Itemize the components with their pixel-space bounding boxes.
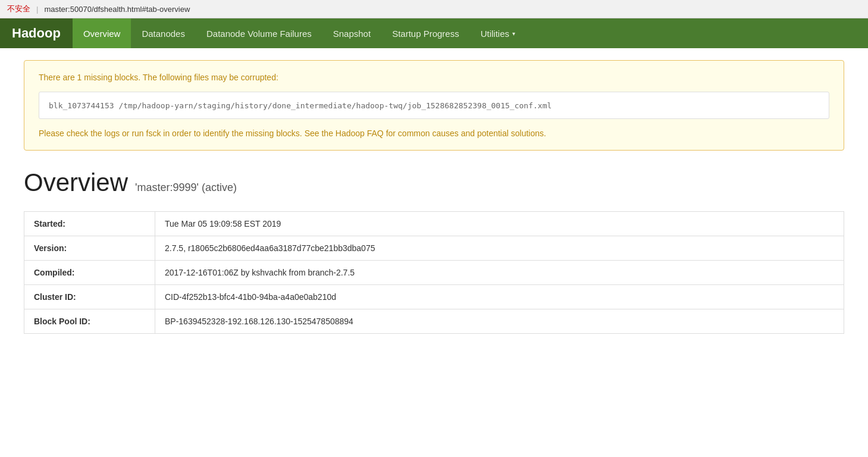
nav-items: Overview Datanodes Datanode Volume Failu… [73, 18, 526, 48]
warning-box: There are 1 missing blocks. The followin… [24, 60, 844, 151]
overview-heading: Overview 'master:9999' (active) [24, 168, 844, 197]
overview-subtitle: 'master:9999' (active) [135, 181, 237, 194]
nav-item-snapshot[interactable]: Snapshot [322, 18, 381, 48]
browser-bar: 不安全 | master:50070/dfshealth.html#tab-ov… [0, 0, 868, 18]
row-value: 2017-12-16T01:06Z by kshvachk from branc… [155, 261, 844, 285]
table-row: Started: Tue Mar 05 19:09:58 EST 2019 [24, 212, 844, 236]
address-bar: master:50070/dfshealth.html#tab-overview [44, 5, 190, 14]
info-table: Started: Tue Mar 05 19:09:58 EST 2019 Ve… [24, 211, 844, 334]
nav-item-datanode-volume-failures[interactable]: Datanode Volume Failures [196, 18, 322, 48]
table-row: Version: 2.7.5, r18065c2b6806ed4aa6a3187… [24, 236, 844, 261]
warning-header: There are 1 missing blocks. The followin… [39, 73, 829, 82]
file-path: blk_1073744153 /tmp/hadoop-yarn/staging/… [49, 101, 551, 110]
main-content: There are 1 missing blocks. The followin… [0, 48, 868, 346]
row-label: Version: [24, 236, 155, 261]
separator: | [36, 5, 38, 14]
row-label: Compiled: [24, 261, 155, 285]
row-value: 2.7.5, r18065c2b6806ed4aa6a3187d77cbe21b… [155, 236, 844, 261]
warning-footer: Please check the logs or run fsck in ord… [39, 129, 829, 138]
file-block: blk_1073744153 /tmp/hadoop-yarn/staging/… [39, 92, 829, 119]
table-row: Block Pool ID: BP-1639452328-192.168.126… [24, 309, 844, 334]
row-value: BP-1639452328-192.168.126.130-1525478508… [155, 309, 844, 334]
main-nav: Hadoop Overview Datanodes Datanode Volum… [0, 18, 868, 48]
page-title: Overview [24, 168, 128, 197]
nav-brand[interactable]: Hadoop [0, 18, 73, 48]
chevron-down-icon: ▾ [512, 30, 515, 37]
row-label: Started: [24, 212, 155, 236]
nav-item-datanodes[interactable]: Datanodes [131, 18, 196, 48]
row-value: CID-4f252b13-bfc4-41b0-94ba-a4a0e0ab210d [155, 285, 844, 309]
table-row: Cluster ID: CID-4f252b13-bfc4-41b0-94ba-… [24, 285, 844, 309]
nav-item-overview[interactable]: Overview [73, 18, 131, 48]
row-label: Block Pool ID: [24, 309, 155, 334]
row-label: Cluster ID: [24, 285, 155, 309]
nav-item-startup-progress[interactable]: Startup Progress [381, 18, 470, 48]
row-value: Tue Mar 05 19:09:58 EST 2019 [155, 212, 844, 236]
table-row: Compiled: 2017-12-16T01:06Z by kshvachk … [24, 261, 844, 285]
nav-item-utilities[interactable]: Utilities ▾ [470, 18, 526, 48]
insecure-indicator: 不安全 [7, 4, 30, 14]
